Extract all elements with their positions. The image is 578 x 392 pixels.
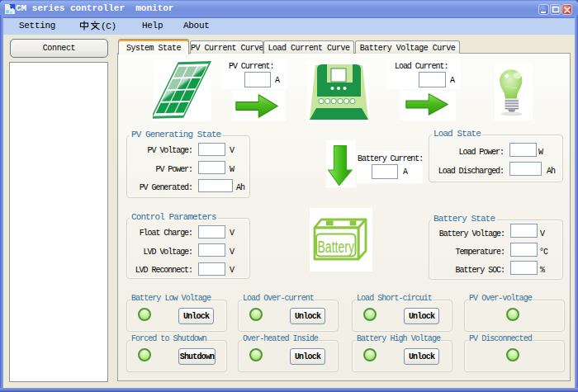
svg-text:Battery: Battery <box>318 238 355 256</box>
